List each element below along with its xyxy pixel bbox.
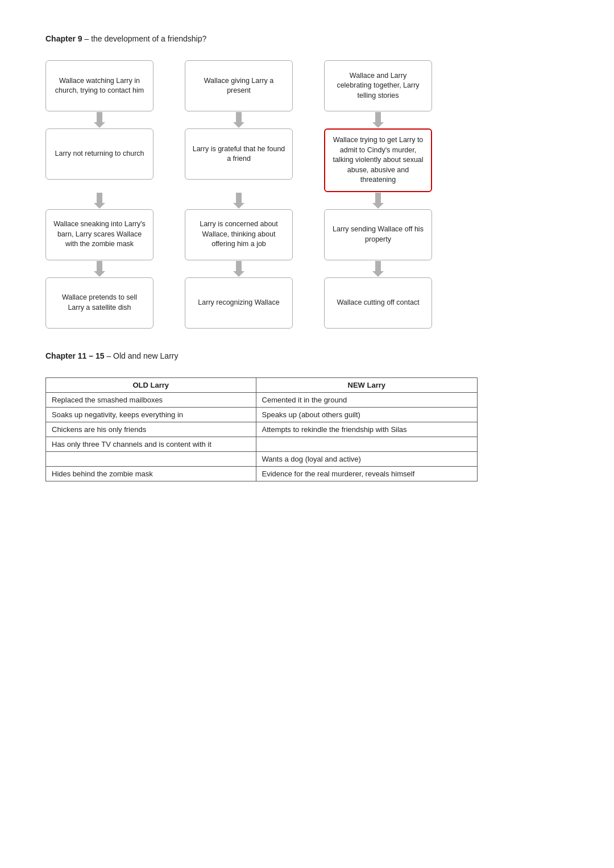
connector-1-2 bbox=[185, 111, 293, 128]
box-2-3-red: Wallace trying to get Larry to admit to … bbox=[324, 128, 432, 192]
box-3-3: Larry sending Wallace off his property bbox=[324, 209, 432, 260]
connector-2-3 bbox=[324, 192, 432, 209]
cell-2-2: Larry is grateful that he found a friend bbox=[185, 128, 293, 180]
new-larry-cell bbox=[256, 437, 477, 451]
arrow-2-1 bbox=[94, 193, 105, 209]
arrow-1-1 bbox=[94, 112, 105, 128]
table-header-row: OLD Larry NEW Larry bbox=[46, 377, 478, 392]
col2-header: NEW Larry bbox=[256, 377, 477, 392]
arrow-2-3 bbox=[372, 193, 384, 209]
flowchart: Wallace watching Larry in church, trying… bbox=[45, 60, 569, 329]
box-3-2: Larry is concerned about Wallace, thinki… bbox=[185, 209, 293, 260]
box-2-1: Larry not returning to church bbox=[45, 128, 154, 180]
table-row: Has only three TV channels and is conten… bbox=[46, 437, 478, 451]
new-larry-cell: Wants a dog (loyal and active) bbox=[256, 451, 477, 466]
box-2-2: Larry is grateful that he found a friend bbox=[185, 128, 293, 180]
arrow-2-2 bbox=[233, 193, 244, 209]
old-larry-cell: Replaced the smashed mailboxes bbox=[46, 392, 256, 407]
cell-3-3: Larry sending Wallace off his property bbox=[324, 209, 432, 260]
cell-1-1: Wallace watching Larry in church, trying… bbox=[45, 60, 154, 111]
old-larry-cell: Chickens are his only friends bbox=[46, 422, 256, 437]
connector-1-3 bbox=[324, 111, 432, 128]
flowchart-row-1: Wallace watching Larry in church, trying… bbox=[45, 60, 569, 111]
connectors-3-4 bbox=[45, 260, 569, 277]
table-row: Hides behind the zombie maskEvidence for… bbox=[46, 466, 478, 481]
arrow-1-2 bbox=[233, 112, 244, 128]
box-1-2: Wallace giving Larry a present bbox=[185, 60, 293, 111]
cell-1-2: Wallace giving Larry a present bbox=[185, 60, 293, 111]
connector-2-1 bbox=[45, 192, 154, 209]
cell-1-3: Wallace and Larry celebrating together, … bbox=[324, 60, 432, 111]
arrow-3-2 bbox=[233, 261, 244, 277]
connector-2-2 bbox=[185, 192, 293, 209]
arrow-3-1 bbox=[94, 261, 105, 277]
chapter1115-title: Chapter 11 – 15 – Old and new Larry bbox=[45, 351, 569, 360]
box-4-2: Larry recognizing Wallace bbox=[185, 277, 293, 329]
chapter9-title: Chapter 9 – the development of a friends… bbox=[45, 34, 569, 43]
box-4-3: Wallace cutting off contact bbox=[324, 277, 432, 329]
arrow-3-3 bbox=[372, 261, 384, 277]
flowchart-row-2: Larry not returning to church Larry is g… bbox=[45, 128, 569, 192]
cell-4-3: Wallace cutting off contact bbox=[324, 277, 432, 329]
new-larry-cell: Speaks up (about others guilt) bbox=[256, 407, 477, 422]
cell-2-1: Larry not returning to church bbox=[45, 128, 154, 180]
cell-3-2: Larry is concerned about Wallace, thinki… bbox=[185, 209, 293, 260]
old-larry-cell: Has only three TV channels and is conten… bbox=[46, 437, 256, 451]
box-4-1: Wallace pretends to sell Larry a satelli… bbox=[45, 277, 154, 329]
connector-3-3 bbox=[324, 260, 432, 277]
connectors-2-3 bbox=[45, 192, 569, 209]
new-larry-cell: Attempts to rekindle the friendship with… bbox=[256, 422, 477, 437]
table-row: Wants a dog (loyal and active) bbox=[46, 451, 478, 466]
cell-4-1: Wallace pretends to sell Larry a satelli… bbox=[45, 277, 154, 329]
cell-2-3: Wallace trying to get Larry to admit to … bbox=[324, 128, 432, 192]
col1-header: OLD Larry bbox=[46, 377, 256, 392]
cell-4-2: Larry recognizing Wallace bbox=[185, 277, 293, 329]
old-larry-cell: Soaks up negativity, keeps everything in bbox=[46, 407, 256, 422]
arrow-1-3 bbox=[372, 112, 384, 128]
connector-1-1 bbox=[45, 111, 154, 128]
table-row: Replaced the smashed mailboxesCemented i… bbox=[46, 392, 478, 407]
connectors-1-2 bbox=[45, 111, 569, 128]
table-row: Soaks up negativity, keeps everything in… bbox=[46, 407, 478, 422]
flowchart-row-3: Wallace sneaking into Larry's barn, Larr… bbox=[45, 209, 569, 260]
cell-3-1: Wallace sneaking into Larry's barn, Larr… bbox=[45, 209, 154, 260]
comparison-table: OLD Larry NEW Larry Replaced the smashed… bbox=[45, 377, 478, 481]
box-1-1: Wallace watching Larry in church, trying… bbox=[45, 60, 154, 111]
connector-3-2 bbox=[185, 260, 293, 277]
flowchart-row-4: Wallace pretends to sell Larry a satelli… bbox=[45, 277, 569, 329]
table-row: Chickens are his only friendsAttempts to… bbox=[46, 422, 478, 437]
new-larry-cell: Cemented it in the ground bbox=[256, 392, 477, 407]
chapter1115-section: Chapter 11 – 15 – Old and new Larry OLD … bbox=[45, 351, 569, 481]
new-larry-cell: Evidence for the real murderer, reveals … bbox=[256, 466, 477, 481]
connector-3-1 bbox=[45, 260, 154, 277]
old-larry-cell: Hides behind the zombie mask bbox=[46, 466, 256, 481]
old-larry-cell bbox=[46, 451, 256, 466]
box-3-1: Wallace sneaking into Larry's barn, Larr… bbox=[45, 209, 154, 260]
box-1-3: Wallace and Larry celebrating together, … bbox=[324, 60, 432, 111]
